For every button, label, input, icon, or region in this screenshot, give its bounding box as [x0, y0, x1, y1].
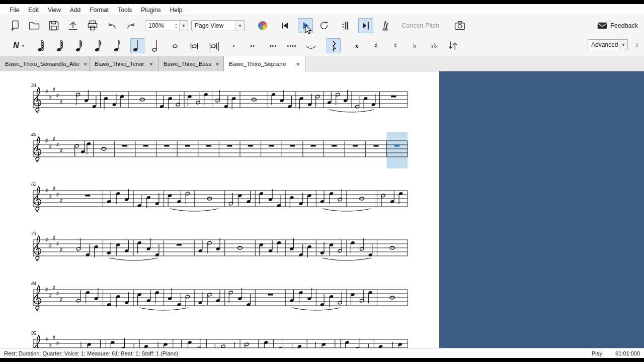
score-system-46[interactable]: ♯♯♯♯♯46 — [30, 131, 410, 170]
menu-file[interactable]: File — [5, 4, 24, 16]
chevron-down-icon[interactable]: ▾ — [619, 40, 627, 50]
augmentation-dot-2-button[interactable]: •• — [246, 38, 260, 53]
menu-plugins[interactable]: Plugins — [136, 4, 165, 16]
score-system-62[interactable]: ♯♯♯♯♯62 — [30, 180, 410, 220]
note-32nd-button[interactable] — [73, 38, 87, 53]
score-tab-bar: Bawo_Thixo_Somandla_Alto×Bawo_Thixo_Teno… — [0, 56, 644, 71]
svg-text:♯: ♯ — [45, 88, 48, 95]
tab-label: Bawo_Thixo_Somandla_Alto — [5, 61, 79, 67]
workspace-value: Advanced — [588, 41, 619, 48]
menu-format[interactable]: Format — [85, 4, 113, 16]
view-mode-combo[interactable]: Page View ▾ — [191, 20, 245, 31]
tie-button[interactable] — [304, 38, 318, 53]
color-wheel-icon — [257, 20, 269, 32]
flip-direction-button[interactable] — [446, 38, 460, 53]
note-whole-button[interactable] — [169, 38, 183, 53]
color-wheel-button[interactable] — [255, 18, 270, 33]
svg-text:95: 95 — [31, 330, 36, 336]
tab-bawo_thixo_tenor[interactable]: Bawo_Thixo_Tenor× — [90, 56, 158, 71]
add-workspace-button[interactable]: + — [632, 39, 642, 50]
note-128th-button[interactable] — [35, 38, 49, 53]
note-32nd-icon — [73, 38, 87, 53]
svg-text:84: 84 — [31, 281, 36, 286]
tab-bawo_thixo_somandla_alto[interactable]: Bawo_Thixo_Somandla_Alto× — [0, 56, 90, 71]
open-file-button[interactable] — [27, 18, 42, 33]
selection-status-text: Rest; Duration: Quarter; Voice: 1; Measu… — [4, 350, 178, 356]
double-flat-button[interactable]: ♭♭ — [427, 38, 441, 53]
publish-button[interactable] — [65, 18, 80, 33]
score-canvas[interactable]: ♯♯♯♯♯34♯♯♯♯♯46♯♯♯♯♯62♯♯♯♯♯73♯♯♯♯♯84♯♯♯♯♯… — [0, 71, 644, 348]
view-mode-value: Page View — [192, 22, 235, 29]
note-quarter-button[interactable] — [130, 38, 144, 53]
menu-add[interactable]: Add — [65, 4, 85, 16]
print-button[interactable] — [85, 18, 100, 33]
double-sharp-button[interactable]: x — [350, 38, 364, 53]
svg-text:73: 73 — [31, 231, 36, 236]
play-repeats-button[interactable] — [338, 18, 353, 33]
chevron-down-icon[interactable]: ▾ — [22, 43, 25, 48]
score-system-95[interactable]: ♯♯♯♯♯95 — [30, 329, 410, 348]
pan-score-button[interactable] — [358, 18, 373, 33]
zoom-spinner[interactable]: ▴▾ — [173, 23, 179, 29]
feedback-button[interactable]: Feedback — [597, 16, 638, 35]
note-eighth-button[interactable] — [111, 38, 125, 53]
redo-button[interactable] — [124, 18, 139, 33]
note-16th-button[interactable] — [92, 38, 106, 53]
rest-button[interactable] — [327, 38, 341, 53]
sharp-button[interactable]: ♯ — [369, 38, 383, 53]
tab-close-icon[interactable]: × — [215, 60, 219, 68]
svg-text:♯: ♯ — [52, 135, 55, 142]
menu-edit[interactable]: Edit — [24, 4, 43, 16]
note-64th-button[interactable] — [54, 38, 68, 53]
rewind-button[interactable] — [277, 18, 292, 33]
status-bar: Rest; Duration: Quarter; Voice: 1; Measu… — [0, 348, 644, 358]
image-capture-button[interactable] — [452, 18, 467, 33]
note-half-button[interactable] — [149, 38, 164, 53]
play-button[interactable] — [298, 18, 313, 33]
natural-button[interactable]: ♮ — [388, 38, 403, 53]
note-longa-button[interactable] — [207, 38, 221, 53]
undo-button[interactable] — [104, 18, 119, 33]
tab-close-icon[interactable]: × — [296, 60, 300, 68]
metronome-button[interactable] — [378, 18, 393, 33]
note-whole-icon — [169, 38, 183, 53]
note-quarter-icon — [130, 38, 144, 53]
new-score-button[interactable] — [8, 18, 23, 33]
publish-icon — [67, 20, 79, 32]
tab-bawo_thixo_soprano[interactable]: Bawo_Thixo_Soprano× — [224, 56, 305, 71]
note-breve-button[interactable] — [188, 38, 202, 53]
chevron-down-icon[interactable]: ▾ — [235, 21, 244, 31]
score-system-84[interactable]: ♯♯♯♯♯84 — [30, 280, 410, 319]
svg-text:♯: ♯ — [56, 191, 59, 198]
concert-pitch-toggle[interactable]: Concert Pitch — [401, 16, 439, 35]
save-button[interactable] — [46, 18, 61, 33]
score-system-34[interactable]: ♯♯♯♯♯34 — [30, 81, 410, 121]
svg-text:♯: ♯ — [45, 187, 48, 194]
chevron-down-icon[interactable]: ▾ — [179, 21, 188, 31]
tab-bawo_thixo_bass[interactable]: Bawo_Thixo_Bass× — [158, 56, 224, 71]
loop-playback-button[interactable] — [316, 18, 332, 33]
svg-text:♯: ♯ — [56, 240, 59, 247]
feedback-label: Feedback — [610, 22, 638, 29]
flat-button[interactable]: ♭ — [408, 38, 422, 53]
menu-view[interactable]: View — [43, 4, 65, 16]
augmentation-dot-1-button[interactable]: • — [227, 38, 241, 53]
svg-text:♯: ♯ — [56, 141, 59, 148]
zoom-value: 100% — [145, 22, 173, 29]
svg-text:♯: ♯ — [49, 143, 52, 150]
augmentation-dot-4-button[interactable]: •••• — [285, 38, 299, 53]
score-page[interactable]: ♯♯♯♯♯34♯♯♯♯♯46♯♯♯♯♯62♯♯♯♯♯73♯♯♯♯♯84♯♯♯♯♯… — [0, 71, 439, 348]
score-system-73[interactable]: ♯♯♯♯♯73 — [30, 230, 410, 269]
note-input-button[interactable]: N▾ — [7, 38, 30, 53]
redo-icon — [125, 20, 137, 32]
menu-tools[interactable]: Tools — [113, 4, 136, 16]
zoom-combo[interactable]: 100% ▴▾ ▾ — [145, 20, 188, 31]
tab-close-icon[interactable]: × — [149, 60, 153, 68]
menu-help[interactable]: Help — [166, 4, 187, 16]
augmentation-dot-3-button[interactable]: ••• — [266, 38, 280, 53]
workspace-combo[interactable]: Advanced ▾ — [588, 39, 628, 50]
note-input-toolbar: Advanced ▾ + N▾••••••••••x♯♮♭♭♭1234 — [0, 35, 644, 57]
save-icon — [48, 20, 60, 32]
tab-close-icon[interactable]: × — [84, 60, 88, 68]
svg-text:♯: ♯ — [60, 296, 63, 303]
